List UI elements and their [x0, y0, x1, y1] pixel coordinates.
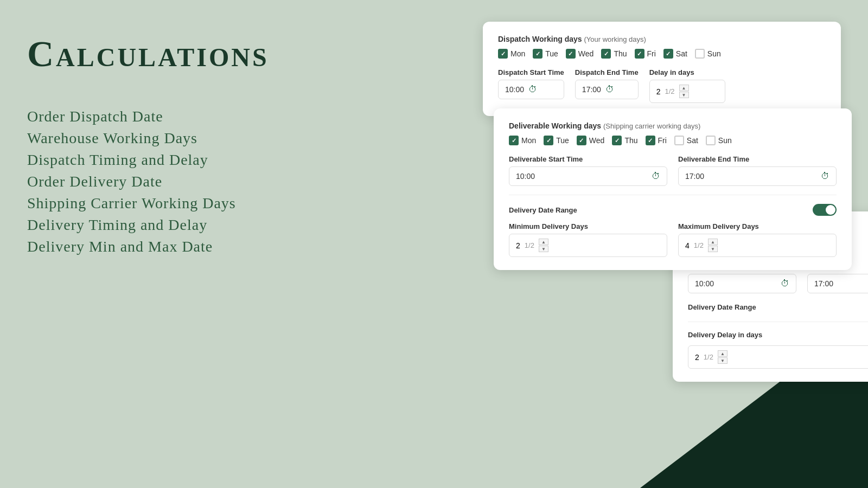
nav-list: Order Dispatch Date Warehouse Working Da…	[27, 108, 309, 255]
nav-item-7[interactable]: Delivery Min and Max Date	[27, 238, 309, 255]
deliverable-day-fri[interactable]: Fri	[646, 136, 667, 145]
deliverable-day-tue[interactable]: Tue	[544, 136, 569, 145]
delivery-range-toggle[interactable]	[813, 204, 837, 216]
dispatch-delay-input[interactable]: 2 1/2 ▲ ▼	[649, 80, 725, 103]
nav-item-1[interactable]: Order Dispatch Date	[27, 108, 309, 125]
bottom-delay-up[interactable]: ▲	[718, 350, 727, 357]
nav-item-4[interactable]: Order Delivery Date	[27, 173, 309, 190]
deliverable-wed-checkbox[interactable]	[577, 136, 586, 145]
dispatch-time-fields: Dispatch Start Time 10:00 ⏱ Dispatch End…	[498, 68, 826, 103]
min-delivery-down[interactable]: ▼	[539, 246, 548, 252]
dispatch-fri-checkbox[interactable]	[635, 49, 644, 59]
nav-item-6[interactable]: Delivery Timing and Delay	[27, 216, 309, 234]
dispatch-thu-checkbox[interactable]	[601, 49, 611, 59]
dispatch-day-wed[interactable]: Wed	[566, 49, 594, 59]
deliverable-mon-label: Mon	[521, 136, 536, 145]
deliverable-wed-label: Wed	[589, 136, 605, 145]
delivery-range-label: Delivery Date Range	[509, 206, 577, 214]
bottom-end-input[interactable]: 17:00 ⏱	[807, 274, 868, 293]
deliverable-end-label: Deliverable End Time	[678, 155, 837, 163]
nav-item-2[interactable]: Warehouse Working Days	[27, 130, 309, 147]
delivery-range-knob	[826, 205, 835, 215]
bottom-start-input[interactable]: 10:00 ⏱	[688, 274, 796, 293]
deliverable-fri-checkbox[interactable]	[646, 136, 655, 145]
bottom-time-row: 10:00 ⏱ 17:00 ⏱	[688, 274, 868, 293]
min-delivery-stepper[interactable]: ▲ ▼	[539, 239, 548, 252]
dispatch-day-tue[interactable]: Tue	[533, 49, 558, 59]
dispatch-delay-down[interactable]: ▼	[679, 92, 689, 98]
bottom-delay-stepper[interactable]: ▲ ▼	[718, 350, 727, 364]
deliverable-start-clock-icon: ⏱	[652, 171, 660, 181]
nav-item-3[interactable]: Dispatch Timing and Delay	[27, 151, 309, 169]
deliverable-start-input[interactable]: 10:00 ⏱	[509, 166, 667, 186]
max-delivery-stepper[interactable]: ▲ ▼	[708, 239, 718, 252]
dispatch-sat-label: Sat	[676, 49, 687, 58]
deliverable-day-thu[interactable]: Thu	[612, 136, 637, 145]
dispatch-delay-fraction: 1/2	[665, 87, 674, 95]
min-delivery-group: Minimum Delivery Days 2 1/2 ▲ ▼	[509, 222, 667, 257]
dispatch-fri-label: Fri	[647, 49, 656, 58]
dispatch-wed-checkbox[interactable]	[566, 49, 576, 59]
max-delivery-up[interactable]: ▲	[708, 239, 718, 245]
nav-item-5[interactable]: Shipping Carrier Working Days	[27, 195, 309, 212]
min-delivery-fraction: 1/2	[525, 241, 534, 249]
dispatch-sun-checkbox[interactable]	[695, 49, 705, 59]
dispatch-end-input[interactable]: 17:00 ⏱	[575, 80, 639, 99]
deliverable-day-sun[interactable]: Sun	[706, 136, 732, 145]
dispatch-day-thu[interactable]: Thu	[601, 49, 627, 59]
dispatch-delay-stepper[interactable]: ▲ ▼	[679, 85, 689, 98]
dispatch-delay-up[interactable]: ▲	[679, 85, 689, 91]
right-panel: Dispatch Working days (Your working days…	[336, 0, 868, 488]
dispatch-thu-label: Thu	[614, 49, 627, 58]
deliverable-card-title: Deliverable Working days (Shipping carri…	[509, 121, 837, 130]
bottom-range-label: Delivery Date Range	[688, 303, 756, 311]
deliverable-end-value: 17:00	[685, 172, 704, 181]
deliverable-mon-checkbox[interactable]	[509, 136, 519, 145]
dispatch-start-value: 10:00	[505, 85, 524, 94]
bottom-delay-input[interactable]: 2 1/2 ▲ ▼	[688, 345, 868, 369]
dispatch-start-input[interactable]: 10:00 ⏱	[498, 80, 564, 99]
deliverable-sat-label: Sat	[687, 136, 698, 145]
dispatch-start-clock-icon: ⏱	[528, 85, 537, 94]
min-delivery-up[interactable]: ▲	[539, 239, 548, 245]
max-delivery-label: Maximum Delivery Days	[678, 222, 837, 230]
deliverable-start-label: Deliverable Start Time	[509, 155, 667, 163]
max-delivery-group: Maximum Delivery Days 4 1/2 ▲ ▼	[678, 222, 837, 257]
dispatch-mon-label: Mon	[510, 49, 525, 58]
dispatch-title-subtitle: (Your working days)	[584, 35, 646, 43]
min-delivery-label: Minimum Delivery Days	[509, 222, 667, 230]
deliverable-title-subtitle: (Shipping carrier working days)	[603, 122, 700, 130]
bottom-range-row: Delivery Date Range	[688, 301, 868, 313]
dispatch-delay-group: Delay in days 2 1/2 ▲ ▼	[649, 68, 725, 103]
deliverable-day-mon[interactable]: Mon	[509, 136, 536, 145]
deliverable-day-wed[interactable]: Wed	[577, 136, 605, 145]
left-panel: Calculations Order Dispatch Date Warehou…	[0, 0, 336, 488]
dispatch-day-sun[interactable]: Sun	[695, 49, 721, 59]
dispatch-delay-value: 2	[656, 87, 661, 96]
bottom-delay-down[interactable]: ▼	[718, 357, 727, 364]
dispatch-tue-label: Tue	[545, 49, 558, 58]
dispatch-days-row: Mon Tue Wed Thu Fri Sat	[498, 49, 826, 59]
dispatch-day-mon[interactable]: Mon	[498, 49, 525, 59]
min-delivery-input[interactable]: 2 1/2 ▲ ▼	[509, 234, 667, 257]
deliverable-sat-checkbox[interactable]	[674, 136, 684, 145]
card2-divider	[509, 195, 837, 195]
bottom-end-value: 17:00	[814, 279, 833, 288]
dispatch-tue-checkbox[interactable]	[533, 49, 542, 59]
deliverable-end-clock-icon: ⏱	[821, 171, 829, 181]
deliverable-end-input[interactable]: 17:00 ⏱	[678, 166, 837, 186]
max-delivery-input[interactable]: 4 1/2 ▲ ▼	[678, 234, 837, 257]
deliverable-tue-checkbox[interactable]	[544, 136, 553, 145]
dispatch-day-sat[interactable]: Sat	[663, 49, 687, 59]
bottom-delay-label: Delivery Delay in days	[688, 331, 868, 339]
deliverable-day-sat[interactable]: Sat	[674, 136, 698, 145]
bottom-divider	[688, 322, 868, 322]
deliverable-thu-checkbox[interactable]	[612, 136, 622, 145]
dispatch-mon-checkbox[interactable]	[498, 49, 508, 59]
dispatch-day-fri[interactable]: Fri	[635, 49, 656, 59]
bottom-delay-fraction: 1/2	[704, 353, 713, 361]
max-delivery-down[interactable]: ▼	[708, 246, 718, 252]
dispatch-sat-checkbox[interactable]	[663, 49, 673, 59]
deliverable-start-value: 10:00	[516, 172, 535, 181]
deliverable-sun-checkbox[interactable]	[706, 136, 716, 145]
